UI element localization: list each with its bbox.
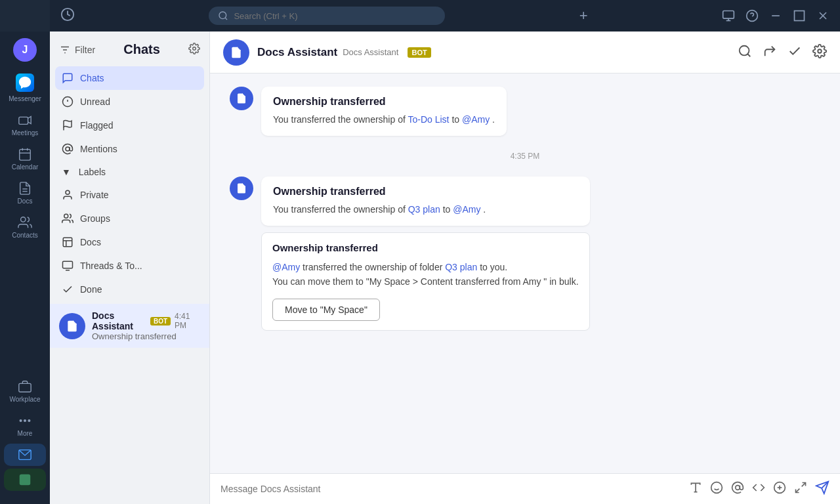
msg2-middle: to xyxy=(443,204,453,215)
threads-nav-icon xyxy=(62,260,74,272)
svg-rect-9 xyxy=(794,11,804,21)
mention-button[interactable] xyxy=(731,481,744,497)
nav-item-chats[interactable]: Chats xyxy=(55,66,204,90)
msg1-link2[interactable]: @Amy xyxy=(462,114,490,125)
message-avatar-1 xyxy=(230,87,253,110)
chats-nav-icon xyxy=(62,72,74,84)
nested-body2: to you. xyxy=(480,262,507,272)
sidebar-item-workplace[interactable]: Workplace xyxy=(4,375,46,407)
chat-header-text: Docs Assistant Docs Assistant BOT xyxy=(257,46,431,59)
nav-item-docs-chat[interactable]: Docs xyxy=(55,230,204,254)
add-button[interactable]: + xyxy=(579,7,588,24)
search-icon xyxy=(218,10,228,21)
add-attachment-button[interactable] xyxy=(773,481,786,497)
main-chat-area: Docs Assistant Docs Assistant BOT xyxy=(210,32,840,504)
nav-item-private[interactable]: Private xyxy=(55,183,204,207)
svg-point-22 xyxy=(24,420,26,422)
bot-avatar-icon-2 xyxy=(236,182,247,194)
message-input-area xyxy=(210,473,840,504)
docs-icon xyxy=(18,181,32,196)
nested-body3: You can move them to "My Space > Content… xyxy=(272,276,579,287)
user-avatar[interactable]: J xyxy=(13,38,37,62)
sidebar-mail-app[interactable] xyxy=(4,444,46,466)
nav-item-groups[interactable]: Groups xyxy=(55,207,204,230)
nav-item-mentions[interactable]: Mentions xyxy=(55,137,204,161)
sidebar-docs-label: Docs xyxy=(18,198,33,205)
sidebar-item-meetings[interactable]: Meetings xyxy=(4,109,46,140)
message-input[interactable] xyxy=(220,484,682,494)
chat-settings-button[interactable] xyxy=(812,44,827,61)
checkmark-icon xyxy=(788,44,802,58)
search-chat-icon xyxy=(738,44,752,58)
chat-panel: Filter Chats Chats Unrea xyxy=(50,32,210,504)
nav-item-threads[interactable]: Threads & To... xyxy=(55,254,204,278)
chat-settings-icon xyxy=(812,44,827,58)
msg1-link1[interactable]: To-Do List xyxy=(408,114,449,125)
search-chat-button[interactable] xyxy=(738,44,752,61)
nav-threads-label: Threads & To... xyxy=(80,261,142,271)
svg-rect-25 xyxy=(20,474,31,486)
nested-folder-link[interactable]: Q3 plan xyxy=(445,262,477,272)
screen-share-icon[interactable] xyxy=(722,9,735,22)
chat-item-docs-assistant[interactable]: Docs Assistant BOT 4:41 PM Ownership tra… xyxy=(50,304,209,348)
move-to-myspace-button[interactable]: Move to "My Space" xyxy=(272,299,380,321)
filter-button[interactable]: Filter xyxy=(59,44,95,56)
sidebar-workplace-label: Workplace xyxy=(9,396,40,403)
messenger-icon xyxy=(16,74,34,92)
msg2-link1[interactable]: Q3 plan xyxy=(408,204,440,215)
nested-mention[interactable]: @Amy xyxy=(272,262,300,272)
sidebar-item-messenger[interactable]: Messenger xyxy=(4,70,46,106)
checkmark-button[interactable] xyxy=(788,44,802,61)
nav-groups-label: Groups xyxy=(80,213,110,224)
minimize-icon[interactable] xyxy=(769,9,782,22)
code-icon xyxy=(752,481,765,494)
nav-item-labels[interactable]: ▼ Labels xyxy=(55,161,204,183)
svg-rect-3 xyxy=(723,11,734,19)
sidebar-item-more[interactable]: More xyxy=(4,410,46,441)
chat-header-left: Docs Assistant Docs Assistant BOT xyxy=(223,39,431,66)
font-size-button[interactable] xyxy=(689,481,702,497)
filter-label: Filter xyxy=(75,45,95,55)
sidebar-item-contacts[interactable]: Contacts xyxy=(4,211,46,243)
message-title-1: Ownership transferred xyxy=(273,96,495,108)
history-icon[interactable] xyxy=(60,7,75,24)
send-button[interactable] xyxy=(815,480,830,497)
forward-button[interactable] xyxy=(763,44,777,61)
add-attachment-icon xyxy=(773,481,786,494)
svg-line-43 xyxy=(747,54,750,56)
sidebar-item-calendar[interactable]: Calendar xyxy=(4,143,46,175)
emoji-icon xyxy=(710,481,723,494)
chat-panel-settings-button[interactable] xyxy=(188,43,200,57)
nav-item-done[interactable]: Done xyxy=(55,278,204,301)
svg-rect-20 xyxy=(19,383,31,392)
font-size-icon xyxy=(689,481,702,494)
mentions-nav-icon xyxy=(62,143,74,155)
nav-done-label: Done xyxy=(80,284,102,295)
emoji-button[interactable] xyxy=(710,481,723,497)
maximize-icon[interactable] xyxy=(793,9,806,22)
chat-header-avatar xyxy=(223,39,249,66)
msg1-prefix: You transferred the ownership of xyxy=(273,114,408,125)
chat-header-name: Docs Assistant xyxy=(257,46,337,59)
svg-line-54 xyxy=(802,483,806,487)
private-nav-icon xyxy=(62,189,74,201)
code-slash-button[interactable] xyxy=(752,481,765,497)
sidebar-tomorrow-app[interactable] xyxy=(4,469,46,491)
help-icon[interactable] xyxy=(746,9,759,22)
chat-name-row: Docs Assistant BOT 4:41 PM xyxy=(92,310,200,331)
workplace-icon xyxy=(18,379,32,394)
nav-item-flagged[interactable]: Flagged xyxy=(55,114,204,137)
svg-point-42 xyxy=(740,45,749,55)
expand-button[interactable] xyxy=(794,481,807,497)
nav-item-unread[interactable]: Unread xyxy=(55,90,204,114)
msg1-suffix: . xyxy=(492,114,495,125)
close-icon[interactable] xyxy=(816,9,830,22)
search-input[interactable] xyxy=(234,11,436,21)
nav-labels-label: Labels xyxy=(79,167,106,177)
search-bar[interactable] xyxy=(209,7,445,25)
msg2-link2[interactable]: @Amy xyxy=(453,204,480,215)
svg-point-36 xyxy=(64,214,68,218)
top-bar: + xyxy=(50,0,840,32)
chat-item-bot-badge: BOT xyxy=(150,317,171,326)
sidebar-item-docs[interactable]: Docs xyxy=(4,177,46,209)
